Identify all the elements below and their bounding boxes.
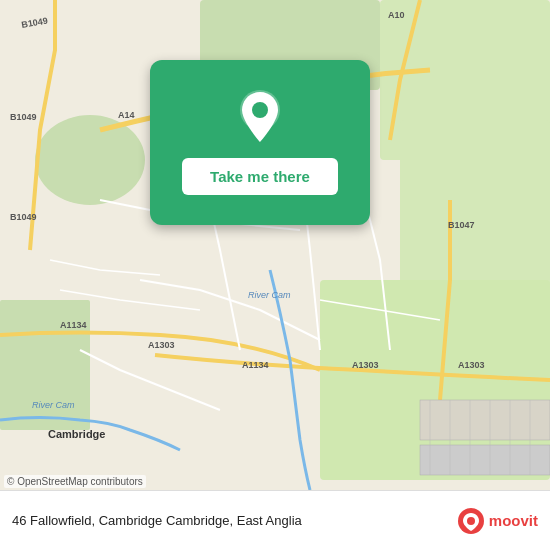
svg-text:River Cam: River Cam [32, 400, 75, 410]
svg-text:A1303: A1303 [458, 360, 485, 370]
svg-text:A1134: A1134 [242, 360, 269, 370]
svg-point-3 [35, 115, 145, 205]
svg-text:A14: A14 [118, 110, 135, 120]
map-container: B1049 B1049 B1049 A14 A14 A10 A1134 A130… [0, 0, 550, 490]
moovit-icon [457, 507, 485, 535]
svg-text:B1049: B1049 [10, 112, 37, 122]
svg-point-33 [467, 517, 475, 525]
moovit-label: moovit [489, 512, 538, 529]
svg-text:Cambridge: Cambridge [48, 428, 105, 440]
svg-text:B1047: B1047 [448, 220, 475, 230]
location-pin-icon [238, 90, 282, 144]
svg-text:B1049: B1049 [10, 212, 37, 222]
svg-point-31 [252, 102, 268, 118]
svg-text:A1303: A1303 [352, 360, 379, 370]
svg-rect-22 [420, 400, 550, 440]
map-attribution: © OpenStreetMap contributors [4, 475, 146, 488]
svg-text:A1303: A1303 [148, 340, 175, 350]
svg-rect-23 [420, 445, 550, 475]
moovit-logo: moovit [457, 507, 538, 535]
svg-text:A1134: A1134 [60, 320, 87, 330]
address-text: 46 Fallowfield, Cambridge Cambridge, Eas… [12, 513, 449, 528]
footer: 46 Fallowfield, Cambridge Cambridge, Eas… [0, 490, 550, 550]
take-me-button[interactable]: Take me there [182, 158, 338, 195]
svg-text:A10: A10 [388, 10, 405, 20]
take-me-card: Take me there [150, 60, 370, 225]
svg-text:River Cam: River Cam [248, 290, 291, 300]
